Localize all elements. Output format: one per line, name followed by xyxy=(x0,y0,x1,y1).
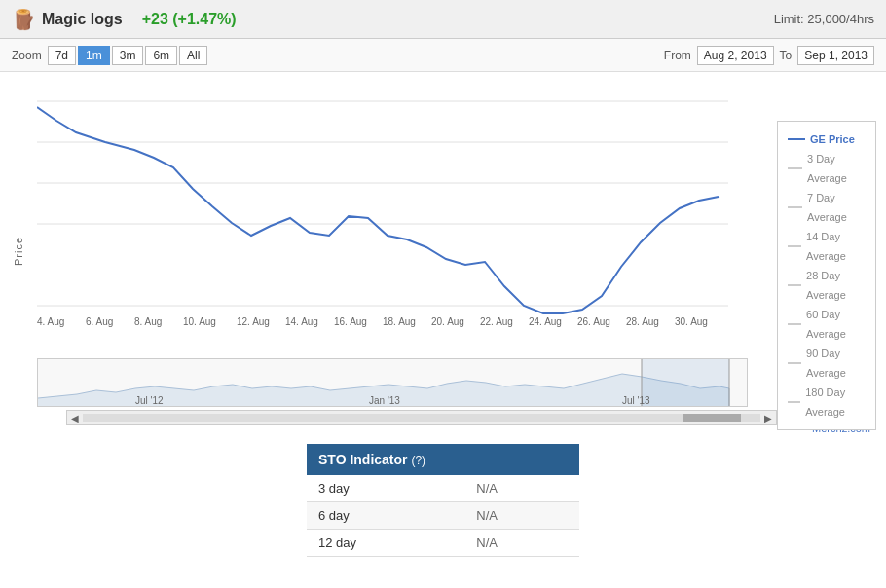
svg-text:22. Aug: 22. Aug xyxy=(480,316,513,327)
sto-table: STO Indicator (?) 3 day N/A 6 day N/A 12… xyxy=(307,444,579,557)
zoom-6m[interactable]: 6m xyxy=(145,46,177,65)
sto-title: STO Indicator (?) xyxy=(307,444,579,475)
scroll-track[interactable] xyxy=(83,414,760,422)
sto-container: STO Indicator (?) 3 day N/A 6 day N/A 12… xyxy=(0,434,886,567)
7day-label: 7 Day Average xyxy=(807,188,866,227)
180day-line xyxy=(788,401,800,403)
svg-text:Jan '13: Jan '13 xyxy=(369,395,400,406)
price-line xyxy=(37,107,719,313)
logo: 🪵 Magic logs xyxy=(12,8,123,31)
svg-text:24. Aug: 24. Aug xyxy=(529,316,562,327)
legend-3day: 3 Day Average xyxy=(788,149,866,188)
scroll-left-arrow[interactable]: ◀ xyxy=(67,413,83,423)
legend-90day: 90 Day Average xyxy=(788,344,866,383)
svg-text:16. Aug: 16. Aug xyxy=(334,316,367,327)
sto-12day-value: N/A xyxy=(464,530,579,557)
svg-text:12. Aug: 12. Aug xyxy=(237,316,270,327)
zoom-bar: Zoom 7d 1m 3m 6m All From Aug 2, 2013 To… xyxy=(0,39,886,72)
zoom-3m[interactable]: 3m xyxy=(112,46,144,65)
7day-line xyxy=(788,206,802,208)
legend-28day: 28 Day Average xyxy=(788,266,866,305)
14day-label: 14 Day Average xyxy=(806,227,866,266)
zoom-1m[interactable]: 1m xyxy=(78,46,110,65)
svg-rect-24 xyxy=(642,359,729,407)
main-area: Price 1,900 1,800 1,700 1,600 1,500 4. A… xyxy=(0,72,886,430)
sto-12day-label: 12 day xyxy=(307,530,464,557)
sto-3day-value: N/A xyxy=(464,475,579,502)
28day-line xyxy=(788,284,801,286)
180day-label: 180 Day Average xyxy=(805,383,866,422)
svg-text:8. Aug: 8. Aug xyxy=(134,316,162,327)
60day-line xyxy=(788,323,801,325)
zoom-label: Zoom xyxy=(12,49,42,62)
mini-chart-container: Jul '12 Jan '13 Jul '13 ◀ ▶ xyxy=(37,358,777,425)
14day-line xyxy=(788,245,801,247)
sto-row-6day: 6 day N/A xyxy=(307,502,579,530)
svg-text:10. Aug: 10. Aug xyxy=(183,316,216,327)
svg-text:20. Aug: 20. Aug xyxy=(431,316,464,327)
svg-text:14. Aug: 14. Aug xyxy=(285,316,318,327)
legend-ge-price: GE Price xyxy=(788,129,866,149)
zoom-all[interactable]: All xyxy=(179,46,207,65)
3day-line xyxy=(788,167,802,169)
zoom-7d[interactable]: 7d xyxy=(48,46,76,65)
sto-row-12day: 12 day N/A xyxy=(307,530,579,557)
3day-label: 3 Day Average xyxy=(807,149,866,188)
price-limit: Limit: 25,000/4hrs xyxy=(774,12,874,26)
svg-text:18. Aug: 18. Aug xyxy=(383,316,416,327)
ge-price-line xyxy=(788,138,805,140)
svg-text:26. Aug: 26. Aug xyxy=(577,316,610,327)
svg-text:6. Aug: 6. Aug xyxy=(86,316,113,327)
legend-60day: 60 Day Average xyxy=(788,305,866,344)
logo-text: Magic logs xyxy=(42,11,123,28)
to-label: To xyxy=(780,49,793,62)
price-change: +23 (+1.47%) xyxy=(142,11,237,28)
svg-text:28. Aug: 28. Aug xyxy=(626,316,659,327)
28day-label: 28 Day Average xyxy=(806,266,866,305)
chart-area: Price 1,900 1,800 1,700 1,600 1,500 4. A… xyxy=(0,72,777,430)
date-range: From Aug 2, 2013 To Sep 1, 2013 xyxy=(664,46,874,65)
from-date[interactable]: Aug 2, 2013 xyxy=(697,46,774,65)
mini-chart: Jul '12 Jan '13 Jul '13 xyxy=(37,358,748,407)
ge-price-label: GE Price xyxy=(810,129,855,149)
svg-text:30. Aug: 30. Aug xyxy=(675,316,708,327)
from-label: From xyxy=(664,49,691,62)
legend-180day: 180 Day Average xyxy=(788,383,866,422)
sto-3day-label: 3 day xyxy=(307,475,464,502)
sto-6day-label: 6 day xyxy=(307,502,464,530)
svg-text:Jul '13: Jul '13 xyxy=(622,395,650,406)
scroll-right-arrow[interactable]: ▶ xyxy=(760,413,776,423)
90day-line xyxy=(788,362,801,364)
legend-7day: 7 Day Average xyxy=(788,188,866,227)
sto-6day-value: N/A xyxy=(464,502,579,530)
logo-icon: 🪵 xyxy=(12,8,36,31)
svg-text:4. Aug: 4. Aug xyxy=(37,316,64,327)
y-axis-label: Price xyxy=(13,237,24,266)
scroll-thumb[interactable] xyxy=(683,414,741,422)
legend-14day: 14 Day Average xyxy=(788,227,866,266)
mini-scrollbar[interactable]: ◀ ▶ xyxy=(66,410,777,425)
90day-label: 90 Day Average xyxy=(806,344,866,383)
sto-row-3day: 3 day N/A xyxy=(307,475,579,502)
60day-label: 60 Day Average xyxy=(806,305,866,344)
chart-legend: GE Price 3 Day Average 7 Day Average 14 … xyxy=(777,121,876,430)
to-date[interactable]: Sep 1, 2013 xyxy=(797,46,874,65)
header: 🪵 Magic logs +23 (+1.47%) Limit: 25,000/… xyxy=(0,0,886,39)
price-chart: 1,900 1,800 1,700 1,600 1,500 4. Aug 6. … xyxy=(37,92,748,354)
sto-help[interactable]: (?) xyxy=(411,454,425,467)
svg-text:Jul '12: Jul '12 xyxy=(135,395,164,406)
